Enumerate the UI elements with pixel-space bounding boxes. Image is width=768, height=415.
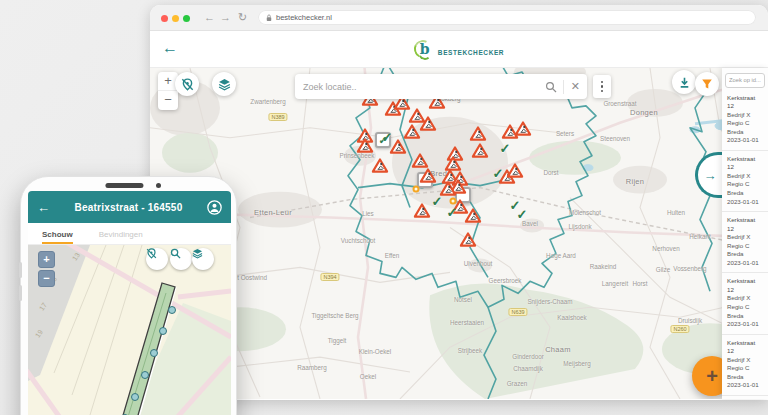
map-place-label: Chaamdijk [513, 365, 543, 372]
poi-dot-icon[interactable] [450, 198, 457, 205]
tree-dot-marker[interactable] [141, 371, 149, 379]
phone-mockup: ← Beatrixstraat - 164550 Schouw Bevindin… [20, 176, 237, 415]
result-card[interactable]: Kerkstraat 12Bedrijf XRegio CBreda2023-0… [722, 90, 768, 151]
roadwork-marker-icon[interactable] [460, 232, 477, 247]
map-place-label: Hoge Aard [546, 252, 576, 259]
map-canvas[interactable]: ZwartenbergN389StokbergPrinsenbeekEtten-… [150, 68, 768, 399]
tree-dot-marker[interactable] [131, 393, 139, 401]
card-city: Breda [727, 128, 763, 137]
browser-forward-icon[interactable]: → [220, 11, 231, 24]
roadwork-marker-icon[interactable] [412, 153, 429, 168]
traffic-light-minimize-icon[interactable] [172, 15, 179, 22]
roadwork-marker-icon[interactable] [420, 116, 437, 131]
map-place-label: Chaam [545, 345, 571, 354]
browser-back-icon[interactable]: ← [204, 11, 215, 24]
check-marker-icon[interactable]: ✓ [517, 208, 528, 221]
phone-layers-button[interactable] [192, 248, 214, 270]
card-region: Regio C [727, 180, 763, 189]
card-street: Kerkstraat 12 [727, 277, 763, 294]
roadwork-marker-icon[interactable] [357, 138, 374, 153]
phone-screen: ← Beatrixstraat - 164550 Schouw Bevindin… [28, 191, 231, 415]
card-region: Regio C [727, 119, 763, 128]
card-company: Bedrijf X [727, 233, 763, 242]
result-card[interactable]: Kerkstraat 12Bedrijf XRegio CBreda2023-0… [722, 212, 768, 273]
phone-camera [156, 183, 161, 188]
check-marker-icon[interactable]: ✓ [432, 195, 443, 208]
map-place-label: Steenoven [600, 135, 630, 142]
road-number-badge: N389 [268, 113, 287, 121]
tab-schouw[interactable]: Schouw [42, 230, 73, 244]
roadwork-marker-icon[interactable] [465, 208, 482, 223]
map-place-label: Zwartenberg [250, 98, 285, 105]
traffic-light-zoom-icon[interactable] [183, 15, 190, 22]
phone-back-button[interactable]: ← [37, 200, 50, 215]
phone-location-disabled-button[interactable] [146, 248, 168, 270]
map-place-label: Gilze [656, 266, 670, 273]
id-search-input[interactable] [725, 73, 765, 88]
layers-button[interactable] [212, 72, 236, 96]
road-number-badge: N394 [320, 273, 339, 281]
roadwork-marker-icon[interactable] [414, 203, 431, 218]
map-place-label: Grazen [507, 380, 528, 387]
app-header: ← b BESTEKCHECKER [150, 31, 768, 68]
card-street: Kerkstraat 12 [727, 339, 763, 356]
map-place-label: Snijders-Chaam [527, 298, 572, 305]
map-place-label: Groenstraat [603, 100, 636, 107]
map-place-label: Lies [362, 210, 374, 217]
check-marker-icon[interactable]: ✓ [493, 167, 504, 180]
zoom-out-button[interactable]: − [158, 91, 178, 110]
phone-search-button[interactable] [170, 248, 192, 270]
map-place-label: Hulten [667, 209, 685, 216]
app-back-button[interactable]: ← [162, 39, 178, 57]
account-icon[interactable] [207, 200, 222, 215]
lock-icon [266, 14, 272, 22]
card-date: 2023-01-01 [727, 198, 763, 207]
browser-chrome: ← → ↻ bestekchecker.nl [150, 5, 768, 31]
traffic-light-close-icon[interactable] [161, 15, 168, 22]
result-card[interactable]: Kerkstraat 12Bedrijf XRegio CBreda2023-0… [722, 151, 768, 212]
check-marker-icon[interactable]: ✓ [500, 142, 511, 155]
app-logo: b BESTEKCHECKER [414, 38, 504, 60]
roadwork-marker-icon[interactable] [404, 124, 421, 139]
download-button[interactable] [672, 70, 696, 94]
phone-tab-bar: Schouw Bevindingen [28, 223, 231, 245]
phone-zoom-in-button[interactable]: + [38, 251, 55, 268]
tree-dot-marker[interactable] [150, 349, 158, 357]
poi-dot-icon [413, 186, 420, 193]
address-bar[interactable]: bestekchecker.nl [258, 10, 756, 25]
map-options-menu-icon[interactable] [593, 75, 611, 98]
result-card[interactable]: Kerkstraat 12Bedrijf XRegio CBreda2023-0… [722, 396, 768, 399]
clear-search-icon[interactable]: ✕ [564, 81, 587, 92]
phone-map[interactable]: 13151719 + − [28, 245, 231, 415]
card-date: 2023-01-01 [727, 259, 763, 268]
map-place-label: Raakeind [590, 263, 617, 270]
check-marker-icon[interactable]: ✓ [382, 131, 393, 144]
roadwork-marker-icon[interactable] [515, 121, 532, 136]
search-icon[interactable] [545, 81, 557, 93]
filter-button[interactable] [695, 72, 719, 96]
card-city: Breda [727, 189, 763, 198]
map-place-label: Notsel [454, 296, 472, 303]
roadwork-marker-icon[interactable] [472, 143, 489, 158]
phone-zoom-out-button[interactable]: − [38, 270, 55, 287]
roadwork-marker-icon[interactable] [470, 126, 487, 141]
search-icon [170, 248, 181, 259]
download-icon [678, 76, 691, 89]
result-card[interactable]: Kerkstraat 12Bedrijf XRegio CBreda2023-0… [722, 273, 768, 334]
map-search-input[interactable] [295, 82, 539, 92]
map-search-bar: ✕ [295, 74, 587, 99]
browser-reload-icon[interactable]: ↻ [238, 11, 247, 24]
tree-dot-marker[interactable] [168, 306, 176, 314]
tree-dot-marker[interactable] [159, 327, 167, 335]
results-panel: Kerkstraat 12Bedrijf XRegio CBreda2023-0… [722, 68, 768, 399]
browser-content: ZwartenbergN389StokbergPrinsenbeekEtten-… [150, 68, 768, 399]
map-place-label: Horst [632, 280, 647, 287]
roadwork-marker-icon[interactable] [372, 158, 389, 173]
result-card[interactable]: Kerkstraat 12Bedrijf XRegio CBreda2023-0… [722, 335, 768, 396]
map-place-label: Tiggelt [328, 337, 347, 344]
roadwork-marker-icon[interactable] [420, 168, 437, 183]
location-disabled-button[interactable] [175, 72, 199, 96]
roadwork-marker-icon[interactable] [507, 163, 524, 178]
check-marker-icon[interactable]: ✓ [447, 206, 458, 219]
tab-bevindingen[interactable]: Bevindingen [99, 230, 143, 244]
